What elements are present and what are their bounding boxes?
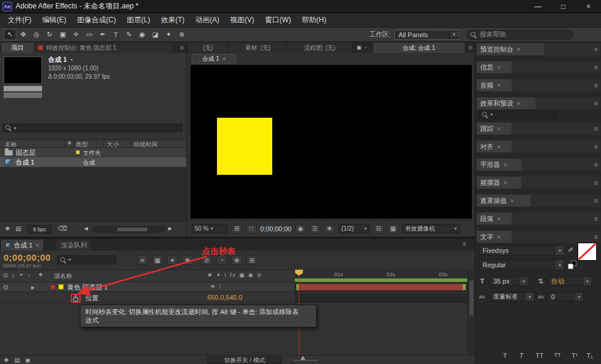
panel-menu-icon[interactable]: ≡	[594, 233, 598, 240]
close-button[interactable]: ×	[576, 0, 601, 13]
pin-icon[interactable]: ▣	[356, 44, 362, 50]
time-ruler[interactable]: 01s 02s 03s	[294, 270, 468, 278]
zoom-slider-knob[interactable]	[300, 356, 305, 360]
panel-menu-icon[interactable]: ≡	[594, 100, 598, 107]
panel-splitter[interactable]	[0, 237, 475, 238]
label-color-swatch[interactable]	[76, 150, 80, 154]
menu-file[interactable]: 文件(F)	[2, 15, 37, 25]
tag-column-icon[interactable]: ❖	[67, 141, 72, 146]
pan-behind-tool-icon[interactable]: ✛	[70, 29, 82, 40]
eyedropper-icon[interactable]: ✐	[568, 246, 573, 254]
tab-comp-viewer[interactable]: 合成: 合成 1	[373, 43, 465, 53]
all-caps-button[interactable]: TT	[535, 352, 543, 359]
tab-footage-none[interactable]: 素材: (无)	[229, 43, 287, 53]
layer-duration-bar[interactable]	[296, 284, 466, 291]
bit-depth-button[interactable]: 8 bpc	[28, 225, 52, 234]
grid-options-icon[interactable]: ⊞	[231, 224, 242, 234]
panel-menu-icon[interactable]: ≡	[594, 179, 598, 186]
tab-effect-controls[interactable]: 特效控制台: 黄色 固态层 1	[35, 43, 172, 53]
fast-previews-icon[interactable]: ⊟	[373, 224, 384, 234]
horizontal-scrollbar[interactable]	[93, 226, 165, 232]
audio-column-icon[interactable]: ♪	[11, 272, 14, 279]
subscript-button[interactable]: T₁	[587, 352, 593, 359]
expand-layers-icon[interactable]: ❖	[4, 357, 9, 363]
timeline-tab-render-queue[interactable]: 渲染队列	[56, 240, 91, 250]
panel-tab-tracker[interactable]: 跟踪×	[477, 123, 511, 135]
tab-project[interactable]: 项目	[1, 43, 34, 53]
panel-menu-icon[interactable]: ≡	[594, 215, 598, 222]
solo-column-icon[interactable]: ●	[20, 272, 22, 276]
shape-tool-icon[interactable]: ▭	[83, 29, 96, 40]
scroll-left-icon[interactable]: ◀	[84, 226, 88, 231]
close-icon[interactable]: ×	[222, 56, 226, 62]
close-icon[interactable]: ×	[35, 242, 39, 249]
panel-menu-icon[interactable]: ≡	[594, 125, 598, 132]
panel-menu-icon[interactable]: ≡	[594, 161, 598, 168]
maximize-button[interactable]: □	[551, 0, 576, 13]
resolution-dropdown[interactable]: (1/2) ▾	[338, 224, 370, 234]
trash-icon[interactable]: ⌫	[58, 225, 67, 232]
chevron-down-icon[interactable]: ▾	[70, 57, 73, 62]
close-icon[interactable]: ×	[497, 234, 501, 240]
close-icon[interactable]: ×	[497, 82, 501, 89]
lock-icon[interactable]: ▫	[365, 44, 367, 50]
switches-column-icons[interactable]: ❖ ✦ \ fx ▣ ◉ ⊘	[207, 272, 263, 278]
clone-stamp-tool-icon[interactable]: ◉	[136, 29, 148, 40]
camera-tool-icon[interactable]: ▣	[56, 29, 69, 40]
new-folder-icon[interactable]: ▤	[16, 225, 21, 232]
eraser-tool-icon[interactable]: ◪	[149, 29, 162, 40]
panel-menu-icon[interactable]: ≡	[469, 44, 472, 51]
pen-tool-icon[interactable]: ✒	[96, 29, 109, 40]
panel-tab-smoother[interactable]: 平滑器×	[477, 159, 521, 171]
rotation-tool-icon[interactable]: ↻	[43, 29, 56, 40]
minimize-button[interactable]: —	[525, 0, 551, 13]
brush-tool-icon[interactable]: ✎	[123, 29, 135, 40]
font-style-dropdown[interactable]: Regular ▾	[479, 259, 564, 270]
zoom-tool-icon[interactable]: ◎	[30, 29, 43, 40]
exposure-icon[interactable]: ▦	[388, 224, 398, 234]
show-channels-icon[interactable]: ☰	[310, 224, 320, 234]
fill-color-swatch[interactable]	[578, 243, 597, 261]
close-icon[interactable]: ×	[504, 180, 507, 186]
timeline-zoom-slider[interactable]	[293, 360, 317, 361]
snapshot-icon[interactable]: ◉	[295, 224, 306, 234]
timeline-tab-comp[interactable]: 合成 1 ×	[1, 240, 43, 250]
camera-dropdown[interactable]: 有效摄像机 ▾	[402, 224, 460, 234]
panel-menu-icon[interactable]: ≡	[594, 46, 598, 53]
label-color-swatch[interactable]	[50, 285, 55, 290]
menu-animation[interactable]: 动画(A)	[190, 15, 225, 25]
close-icon[interactable]: ×	[517, 46, 520, 53]
tab-flowchart-none[interactable]: 流程图: (无)	[288, 43, 352, 53]
lock-column-icon[interactable]: ▫	[28, 272, 30, 279]
yellow-solid-layer[interactable]	[217, 118, 272, 175]
menu-effect[interactable]: 效果(T)	[156, 15, 190, 25]
faux-bold-button[interactable]: T	[503, 352, 507, 359]
transfer-controls-icon[interactable]: ◉	[25, 357, 31, 363]
menu-window[interactable]: 窗口(W)	[260, 15, 296, 25]
layer-track[interactable]	[294, 282, 468, 292]
superscript-button[interactable]: T¹	[572, 352, 578, 359]
menu-view[interactable]: 视图(V)	[225, 15, 260, 25]
tab-layer-none[interactable]: (无)	[188, 43, 228, 53]
viewer-timecode[interactable]: 0;00;00;00	[260, 225, 291, 232]
scrollbar-thumb[interactable]	[117, 228, 147, 231]
close-icon[interactable]: ×	[497, 144, 501, 150]
timeline-vertical-scrollbar[interactable]	[468, 270, 474, 355]
selection-tool-icon[interactable]: ↖	[4, 29, 16, 40]
menu-layer[interactable]: 图层(L)	[121, 15, 156, 25]
zoom-dropdown[interactable]: 50 % ▾	[192, 224, 228, 234]
workspace-dropdown[interactable]: All Panels ▾	[394, 30, 459, 40]
close-icon[interactable]: ×	[497, 126, 501, 132]
menu-help[interactable]: 帮助(H)	[296, 15, 332, 25]
eye-column-icon[interactable]: ⊙	[3, 272, 8, 279]
close-icon[interactable]: ×	[504, 162, 507, 168]
help-search-input[interactable]: 搜索帮助	[466, 30, 573, 40]
leading-dropdown[interactable]: 自动 ▾	[548, 276, 592, 286]
panel-tab-info[interactable]: 信息×	[477, 61, 511, 73]
work-area-bar[interactable]	[294, 278, 468, 282]
property-track[interactable]	[294, 293, 468, 303]
project-row-folder[interactable]: 固态层 文件夹	[0, 148, 186, 157]
toggle-switches-modes-button[interactable]: 切换开关 / 模式	[207, 357, 282, 364]
roto-brush-tool-icon[interactable]: ✦	[162, 29, 175, 40]
type-tool-icon[interactable]: T	[109, 29, 122, 40]
